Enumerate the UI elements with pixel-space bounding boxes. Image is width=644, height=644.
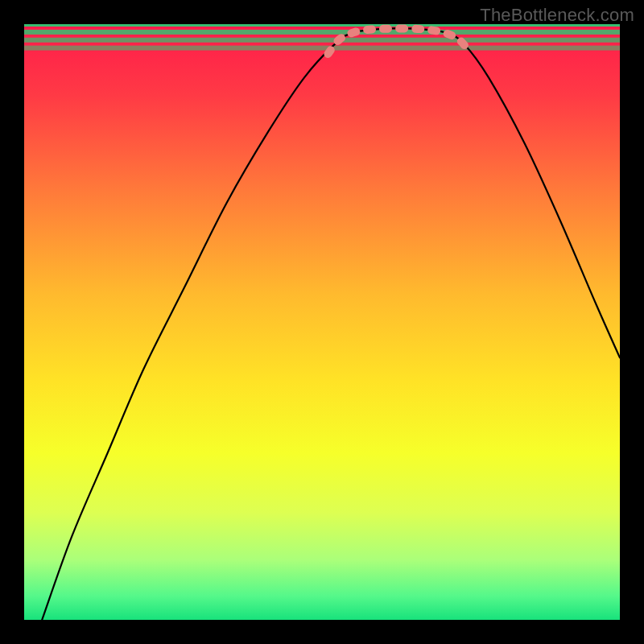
gradient-background xyxy=(24,24,620,620)
plot-area xyxy=(24,24,620,620)
chart-frame: TheBottleneck.com xyxy=(0,0,644,644)
svg-rect-2 xyxy=(24,30,620,35)
watermark-text: TheBottleneck.com xyxy=(480,5,634,26)
chart-svg xyxy=(24,24,620,620)
svg-rect-1 xyxy=(24,38,620,43)
svg-rect-0 xyxy=(24,46,620,51)
